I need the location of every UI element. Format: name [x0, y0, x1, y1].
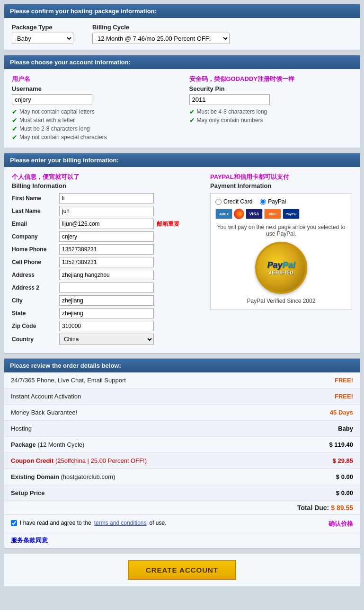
validation-2: ✔ Must start with a letter [12, 116, 175, 124]
last-name-row: Last Name [12, 206, 201, 216]
create-account-button[interactable]: CREATE ACCOUNT [128, 560, 236, 580]
email-input[interactable] [59, 219, 154, 229]
home-phone-input[interactable] [59, 244, 154, 255]
city-label: City [12, 297, 59, 304]
billing-header: Please enter your billing information: [4, 153, 360, 167]
country-select[interactable]: China United States [59, 334, 154, 345]
payment-title: Payment Information [210, 182, 352, 189]
address-input[interactable] [59, 270, 154, 280]
cell-phone-label: Cell Phone [12, 259, 59, 265]
address2-label: Address 2 [12, 284, 59, 291]
validation-3: ✔ Must be 2-8 characters long [12, 125, 175, 133]
validation-text-1: May not contain capital letters [19, 108, 95, 115]
validation-4: ✔ May not contain special characters [12, 133, 175, 141]
check-icon-3: ✔ [12, 125, 18, 133]
email-label: Email [12, 221, 59, 227]
support-label: 24/7/365 Phone, Live Chat, Email Support [11, 377, 126, 384]
last-name-label: Last Name [12, 208, 59, 214]
payment-options: Credit Card PayPal [215, 198, 347, 205]
billing-right: PAYPAL和信用卡都可以支付 Payment Information Cred… [210, 173, 352, 347]
address2-row: Address 2 [12, 283, 201, 293]
first-name-label: First Name [12, 195, 59, 202]
billing-cycle-select[interactable]: 12 Month @ 7.46/mo 25.00 Percent OFF!24 … [92, 33, 230, 44]
email-annotation: 邮箱重要 [157, 220, 179, 228]
address-row: Address [12, 270, 201, 280]
activation-row: Instant Account Activation FREE! [4, 389, 360, 405]
setup-value: $ 0.00 [336, 489, 353, 496]
activation-value: FREE! [335, 393, 353, 400]
validation-text-3: Must be 2-8 characters long [19, 125, 90, 132]
zip-input[interactable] [59, 321, 154, 331]
home-phone-row: Home Phone [12, 244, 201, 255]
address2-input[interactable] [59, 283, 154, 293]
create-account-row: CREATE ACCOUNT [4, 554, 360, 586]
company-input[interactable] [59, 231, 154, 242]
billing-cycle-col: Billing Cycle 12 Month @ 7.46/mo 25.00 P… [92, 24, 230, 44]
username-annotation: 用户名 [12, 75, 175, 83]
domain-value: $ 0.00 [336, 473, 353, 480]
package-value: $ 119.40 [329, 441, 353, 448]
paypal-verified-circle: PayPal VERIFIED [255, 242, 307, 294]
card-icons: AMEX VISA DISC PayPal [215, 209, 347, 219]
paypal-note: You will pay on the next page since you … [215, 224, 347, 237]
security-label: Security Pin [189, 85, 353, 92]
paypal-option[interactable]: PayPal [260, 198, 286, 205]
country-label: Country [12, 336, 59, 343]
last-name-input[interactable] [59, 206, 154, 216]
hosting-label: Hosting [11, 425, 32, 432]
validation-text-2: Must start with a letter [19, 117, 75, 124]
paypal-radio[interactable] [260, 199, 266, 205]
billing-cycle-label: Billing Cycle [92, 24, 230, 31]
service-annotation: 服务条款同意 [4, 533, 360, 548]
package-type-col: Package Type HatchlingBabyBusiness [12, 24, 73, 44]
credit-card-radio[interactable] [215, 199, 222, 205]
state-label: State [12, 310, 59, 317]
account-section: Please choose your account information: … [4, 55, 360, 148]
discover-icon: DISC [264, 209, 281, 219]
agree-suffix: of use. [150, 520, 167, 526]
email-row: Email 邮箱重要 [12, 219, 201, 229]
payment-box: Credit Card PayPal AMEX VISA DISC PayPal [210, 193, 352, 309]
hosting-row: Hosting Baby [4, 421, 360, 437]
billing-left: 个人信息，便宜就可以了 Billing Information First Na… [12, 173, 201, 347]
cell-phone-row: Cell Phone [12, 257, 201, 267]
city-input[interactable] [59, 295, 154, 306]
check-icon-2: ✔ [12, 116, 18, 124]
first-name-row: First Name [12, 193, 201, 203]
package-label-order: Package (12 Month Cycle) [11, 441, 84, 448]
support-value: FREE! [335, 377, 353, 384]
order-section: Please review the order details below: 2… [4, 358, 360, 549]
country-row: Country China United States [12, 334, 201, 345]
domain-label: Existing Domain (hostgatorclub.com) [11, 473, 115, 480]
security-validation-2: ✔ May only contain numbers [189, 116, 353, 124]
username-label: Username [12, 85, 175, 92]
paypal-badge: PayPal VERIFIED PayPal Verified Since 20… [215, 242, 347, 304]
check-icon-4: ✔ [12, 133, 18, 141]
terms-link[interactable]: terms and conditions [94, 520, 147, 526]
credit-card-label: Credit Card [223, 198, 252, 205]
mastercard-icon [234, 209, 244, 219]
cell-phone-input[interactable] [59, 257, 154, 267]
security-validation-1: ✔ Must be 4-8 characters long [189, 108, 353, 115]
state-input[interactable] [59, 308, 154, 318]
package-header: Please confirm your hosting package info… [4, 4, 360, 18]
package-type-select[interactable]: HatchlingBabyBusiness [12, 33, 73, 44]
first-name-input[interactable] [59, 193, 154, 203]
home-phone-label: Home Phone [12, 246, 59, 253]
credit-card-option[interactable]: Credit Card [215, 198, 252, 205]
username-col: 用户名 Username ✔ May not contain capital l… [12, 75, 175, 142]
agree-row: I have read and agree to the terms and c… [4, 515, 360, 533]
coupon-row: Coupon Credit (25offchina | 25.00 Percen… [4, 453, 360, 469]
billing-section: Please enter your billing information: 个… [4, 153, 360, 354]
agree-left: I have read and agree to the terms and c… [11, 520, 167, 526]
address-label: Address [12, 272, 59, 278]
username-input[interactable] [12, 94, 92, 105]
order-header: Please review the order details below: [4, 359, 360, 372]
agree-checkbox[interactable] [11, 520, 17, 526]
check-icon-5: ✔ [189, 108, 195, 115]
paypal-card-icon: PayPal [283, 209, 300, 219]
guarantee-label: Money Back Guarantee! [11, 409, 77, 416]
security-validation-text-1: Must be 4-8 characters long [197, 108, 267, 115]
security-pin-input[interactable] [189, 94, 270, 105]
zip-row: Zip Code [12, 321, 201, 331]
